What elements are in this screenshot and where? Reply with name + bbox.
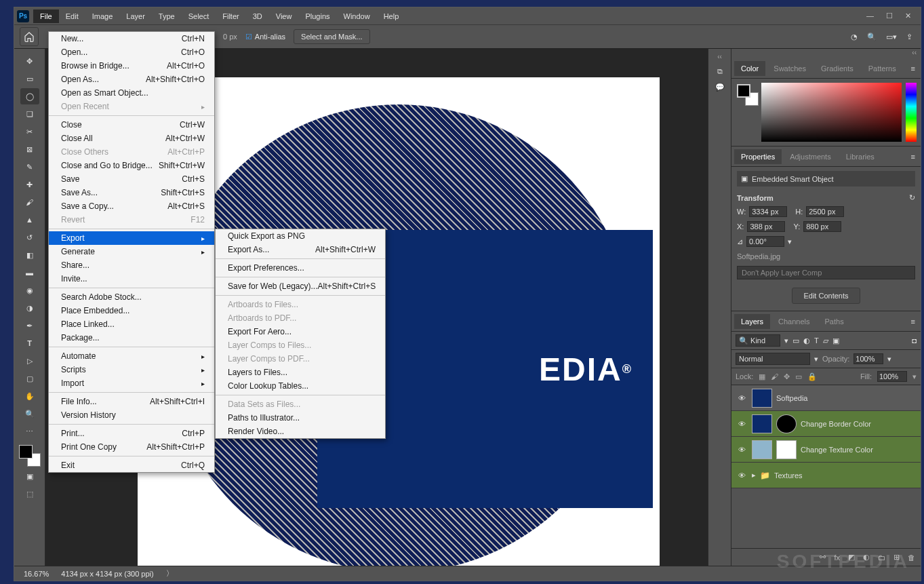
lock-position-icon[interactable]: ✥ xyxy=(784,372,790,381)
visibility-icon[interactable]: 👁 xyxy=(736,471,748,480)
x-field[interactable] xyxy=(747,221,785,232)
menubar-item-plugins[interactable]: Plugins xyxy=(298,9,336,23)
color-panel-menu-icon[interactable]: ≡ xyxy=(906,64,921,73)
file-menu-item[interactable]: CloseCtrl+W xyxy=(49,118,214,132)
type-tool-icon[interactable]: T xyxy=(20,335,39,351)
adjustment-layer-icon[interactable]: ◐ xyxy=(863,553,870,562)
menubar-item-help[interactable]: Help xyxy=(377,9,406,23)
color-tab-gradients[interactable]: Gradients xyxy=(814,61,860,76)
crop-tool-icon[interactable]: ✂ xyxy=(20,123,39,140)
filter-smart-icon[interactable]: ▣ xyxy=(832,336,839,345)
foreground-background-colors[interactable] xyxy=(19,445,41,467)
file-menu-item[interactable]: Invite... xyxy=(49,272,214,286)
layers-tab-layers[interactable]: Layers xyxy=(734,314,770,329)
lasso-tool-icon[interactable]: ◯ xyxy=(20,88,39,104)
y-field[interactable] xyxy=(803,221,841,232)
fill-field[interactable] xyxy=(877,371,907,382)
export-submenu-item[interactable]: Color Lookup Tables... xyxy=(216,379,385,393)
layers-panel-menu-icon[interactable]: ≡ xyxy=(906,317,921,326)
minimize-icon[interactable]: — xyxy=(866,12,874,20)
menubar-item-edit[interactable]: Edit xyxy=(59,9,85,23)
fill-dropdown-icon[interactable]: ▾ xyxy=(912,372,917,381)
layer-row[interactable]: 👁▸Textures xyxy=(731,463,921,488)
lock-all-icon[interactable]: 🔒 xyxy=(807,372,817,381)
lock-artboard-icon[interactable]: ▭ xyxy=(795,372,802,381)
file-menu-item[interactable]: Close AllAlt+Ctrl+W xyxy=(49,132,214,145)
layers-tab-paths[interactable]: Paths xyxy=(818,314,851,329)
blend-dropdown-icon[interactable]: ▾ xyxy=(814,355,818,364)
file-menu-item[interactable]: Save a Copy...Alt+Ctrl+S xyxy=(49,199,214,213)
path-select-tool-icon[interactable]: ▷ xyxy=(20,353,39,369)
close-icon[interactable]: ✕ xyxy=(905,12,911,20)
search-icon[interactable]: 🔍 xyxy=(867,33,877,41)
hand-tool-icon[interactable]: ✋ xyxy=(20,388,39,404)
layer-mask-thumbnail[interactable] xyxy=(776,414,797,433)
menubar-item-view[interactable]: View xyxy=(269,9,299,23)
menubar-item-window[interactable]: Window xyxy=(337,9,377,23)
properties-tab-properties[interactable]: Properties xyxy=(734,149,782,164)
home-button[interactable] xyxy=(20,27,39,46)
rectangle-tool-icon[interactable]: ▢ xyxy=(20,370,39,387)
file-menu-item[interactable]: Browse in Bridge...Alt+Ctrl+O xyxy=(49,59,214,73)
file-menu-item[interactable]: ExitCtrl+Q xyxy=(49,459,214,472)
lock-transparent-icon[interactable]: ▦ xyxy=(759,372,765,381)
chevron-right-icon[interactable]: ▸ xyxy=(752,471,756,480)
layer-row[interactable]: 👁Softpedia xyxy=(731,385,921,411)
foreground-color-chip[interactable] xyxy=(19,445,33,459)
color-tab-patterns[interactable]: Patterns xyxy=(862,61,903,76)
new-layer-icon[interactable]: ⊞ xyxy=(893,553,900,562)
export-submenu-item[interactable]: Layers to Files... xyxy=(216,366,385,379)
file-menu-item[interactable]: Generate xyxy=(49,245,214,258)
layer-fx-icon[interactable]: fx xyxy=(834,553,840,562)
export-submenu-item[interactable]: Paths to Illustrator... xyxy=(216,411,385,425)
menubar-item-file[interactable]: File xyxy=(33,9,59,23)
dock-expand-icon[interactable]: ‹‹ xyxy=(717,53,722,60)
gradient-tool-icon[interactable]: ▬ xyxy=(20,265,39,281)
file-menu-item[interactable]: Automate xyxy=(49,349,214,363)
export-submenu-item[interactable]: Export For Aero... xyxy=(216,325,385,338)
kind-dropdown-icon[interactable]: ▾ xyxy=(784,336,788,345)
file-menu-item[interactable]: Place Embedded... xyxy=(49,304,214,317)
edit-contents-button[interactable]: Edit Contents xyxy=(792,288,860,304)
anti-alias-checkbox[interactable]: ☑ Anti-alias xyxy=(245,33,285,41)
file-menu-item[interactable]: Share... xyxy=(49,258,214,272)
opacity-dropdown-icon[interactable]: ▾ xyxy=(887,355,891,364)
file-menu-item[interactable]: Print One CopyAlt+Shift+Ctrl+P xyxy=(49,440,214,454)
layer-mask-thumbnail[interactable] xyxy=(776,440,797,459)
filter-pixel-icon[interactable]: ▭ xyxy=(792,336,799,345)
blend-mode-select[interactable] xyxy=(736,353,810,365)
file-menu-item[interactable]: Import xyxy=(49,376,214,390)
file-menu-item[interactable]: Scripts xyxy=(49,363,214,376)
healing-brush-tool-icon[interactable]: ✚ xyxy=(20,176,39,193)
angle-field[interactable] xyxy=(746,236,784,247)
file-menu-item[interactable]: Version History xyxy=(49,408,214,422)
export-submenu-item[interactable]: Save for Web (Legacy)...Alt+Shift+Ctrl+S xyxy=(216,279,385,293)
file-menu-item[interactable]: Open as Smart Object... xyxy=(49,86,214,100)
color-tab-color[interactable]: Color xyxy=(734,61,765,76)
color-fg-chip[interactable] xyxy=(737,84,750,98)
history-panel-icon[interactable]: ⧉ xyxy=(717,67,723,76)
menubar-item-filter[interactable]: Filter xyxy=(216,9,245,23)
file-menu-item[interactable]: Print...Ctrl+P xyxy=(49,427,214,440)
file-menu-item[interactable]: Place Linked... xyxy=(49,317,214,331)
filter-shape-icon[interactable]: ▱ xyxy=(823,336,828,345)
menubar-item-select[interactable]: Select xyxy=(182,9,216,23)
color-fgbg[interactable] xyxy=(736,83,757,142)
properties-tab-adjustments[interactable]: Adjustments xyxy=(783,149,838,164)
menubar-item-type[interactable]: Type xyxy=(152,9,182,23)
color-tab-swatches[interactable]: Swatches xyxy=(767,61,813,76)
file-menu-item[interactable]: Search Adobe Stock... xyxy=(49,290,214,304)
maximize-icon[interactable]: ☐ xyxy=(886,12,893,20)
share-icon[interactable]: ⇪ xyxy=(906,33,912,41)
frame-tool-icon[interactable]: ⊠ xyxy=(20,141,39,157)
file-menu-item[interactable]: New...Ctrl+N xyxy=(49,32,214,45)
file-menu-item[interactable]: Export xyxy=(49,231,214,245)
opacity-field[interactable] xyxy=(853,353,883,364)
link-layers-icon[interactable]: ⚯ xyxy=(820,553,826,562)
filter-type-icon[interactable]: T xyxy=(814,336,819,345)
file-menu-item[interactable]: SaveCtrl+S xyxy=(49,172,214,186)
brush-tool-icon[interactable]: 🖌 xyxy=(20,194,39,210)
filter-toggle-icon[interactable]: ◘ xyxy=(912,336,917,345)
menubar-item-image[interactable]: Image xyxy=(85,9,120,23)
menubar-item-layer[interactable]: Layer xyxy=(119,9,152,23)
